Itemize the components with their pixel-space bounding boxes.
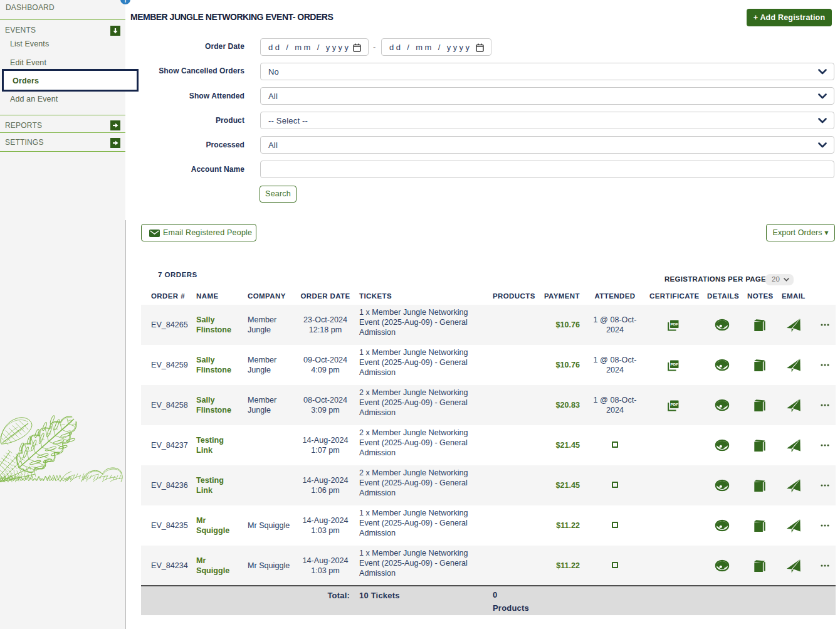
svg-text:PDF: PDF: [671, 322, 679, 326]
svg-text:PDF: PDF: [671, 402, 679, 406]
svg-text:PDF: PDF: [671, 362, 679, 366]
